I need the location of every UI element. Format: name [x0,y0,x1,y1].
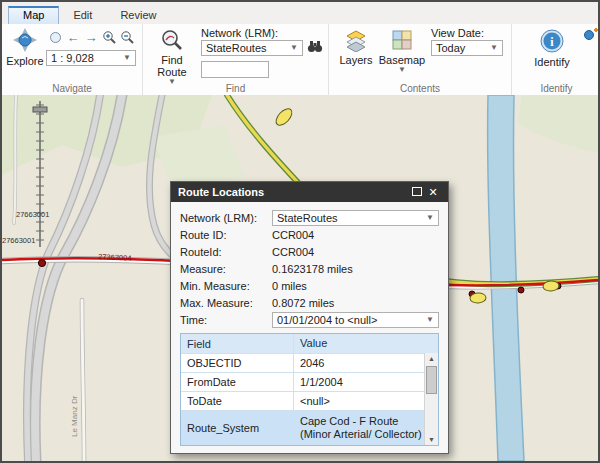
field-label: Time: [180,314,272,326]
find-route-value-input[interactable] [201,61,269,78]
route-locations-panel: Route Locations ✕ Network (LRM): StateRo… [170,181,449,454]
layers-button[interactable]: Layers [337,28,375,66]
chevron-down-icon: ▼ [426,214,434,222]
table-row[interactable]: ToDate <null> [181,391,438,410]
table-scrollbar[interactable]: ▲ ▼ [424,353,438,445]
column-header-value: Value [294,336,438,351]
binoculars-icon[interactable] [307,39,323,58]
identify-window-icon[interactable] [583,26,598,45]
next-extent-icon[interactable]: → [82,28,100,46]
tab-map[interactable]: Map [8,6,59,24]
identify-icon: i [539,28,565,56]
view-date-label: View Date: [431,27,484,39]
field-label: Measure: [180,263,272,275]
field-label: Min. Measure: [180,280,272,292]
field-label: Route ID: [180,229,272,241]
route-point [38,259,45,266]
group-find: Find Route ▼ Network (LRM): StateRoutes▼… [143,24,329,95]
field-value: 0 miles [272,280,439,292]
zoom-out-icon[interactable] [118,28,136,46]
route-id-label: 27663001 [2,236,35,245]
field-value: CCR004 [272,229,439,241]
panel-body: Network (LRM): StateRoutes▼ Route ID:CCR… [171,202,448,453]
ribbon-tabbar: Map Edit Review [2,2,598,24]
contents-group-label: Contents [329,83,511,94]
time-combo[interactable]: 01/01/2004 to <null>▼ [272,312,439,328]
basemap-icon [390,28,414,54]
table-row[interactable]: FromDate 1/1/2004 [181,372,438,391]
network-combo[interactable]: StateRoutes▼ [272,210,439,226]
route-id-label: 27663001 [16,210,49,219]
previous-extent-icon[interactable]: ← [64,28,82,46]
chevron-down-icon: ▼ [290,44,298,52]
group-identify: i Identify Identify [512,24,600,95]
basemap-button[interactable]: Basemap ▼ [379,28,425,74]
chevron-down-icon: ▼ [426,316,434,324]
app-window: Map Edit Review Explore [0,0,600,463]
ribbon: Explore ← → 1 : 9,028▼ Navigate [2,24,598,96]
column-header-field: Field [181,334,294,353]
view-date-combo[interactable]: Today▼ [431,40,503,56]
route-point [518,287,524,293]
zoom-in-icon[interactable] [100,28,118,46]
navigate-group-label: Navigate [2,83,142,94]
layers-icon [344,28,368,54]
close-icon[interactable]: ✕ [425,186,441,199]
route-id-label: 27363004 [98,252,132,263]
find-route-button[interactable]: Find Route ▼ [151,28,193,86]
scroll-up-icon[interactable]: ▲ [428,353,435,364]
explore-icon [12,27,38,55]
ruler-handle[interactable] [33,107,47,112]
chevron-down-icon: ▼ [123,54,131,62]
panel-titlebar[interactable]: Route Locations ✕ [171,182,448,202]
group-navigate: Explore ← → 1 : 9,028▼ Navigate [2,24,143,95]
scale-combo[interactable]: 1 : 9,028▼ [46,50,136,66]
street-name-label: Le Manz Dr [70,395,79,437]
full-extent-icon[interactable] [46,28,64,46]
find-route-icon [160,28,184,54]
find-group-label: Find [143,83,328,94]
group-contents: Layers Basemap ▼ View Date: Today▼ Co [329,24,512,95]
tab-edit[interactable]: Edit [59,6,106,24]
field-value: 0.1623178 miles [272,263,439,275]
table-header-row: Field Value [181,334,438,353]
attributes-table: Field Value OBJECTID 2046 FromDate 1/1/2… [180,333,439,446]
field-value: 0.8072 miles [272,297,439,309]
identify-group-label: Identify [512,83,600,94]
field-label: Network (LRM): [180,212,272,224]
scrollbar-thumb[interactable] [426,366,437,394]
chevron-down-icon: ▼ [490,44,498,52]
field-label: RouteId: [180,246,272,258]
field-value: CCR004 [272,246,439,258]
chevron-down-icon: ▼ [398,66,406,74]
table-row[interactable]: OBJECTID 2046 [181,353,438,372]
network-lrm-label: Network (LRM): [201,27,278,39]
table-row-selected[interactable]: Route_System Cape Cod - F Route (Minor A… [181,410,438,445]
network-lrm-combo[interactable]: StateRoutes▼ [201,40,303,56]
field-label: Max. Measure: [180,297,272,309]
identify-button[interactable]: i Identify [530,28,574,68]
panel-title: Route Locations [178,186,409,198]
navigate-small-toolbar: ← → [46,28,136,46]
scroll-down-icon[interactable]: ▼ [428,434,435,445]
tab-review[interactable]: Review [106,6,170,24]
maximize-icon[interactable] [409,186,425,198]
explore-button[interactable]: Explore [6,27,44,67]
